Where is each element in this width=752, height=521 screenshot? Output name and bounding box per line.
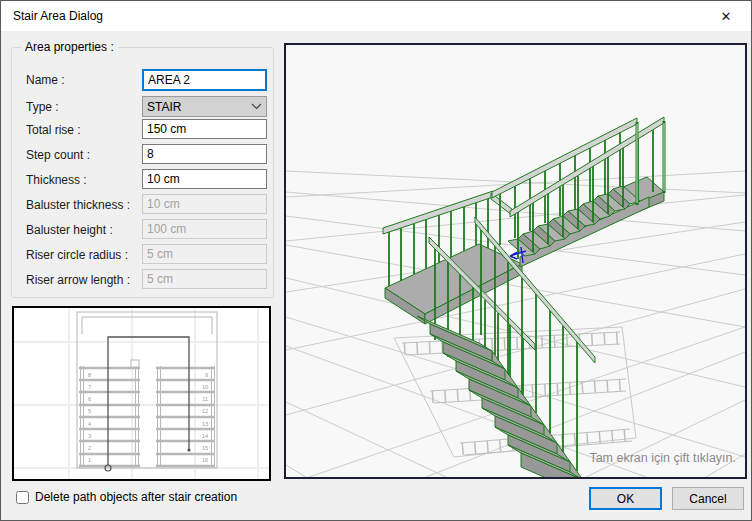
group-legend: Area properties : bbox=[21, 40, 118, 54]
type-value: STAIR bbox=[147, 100, 251, 114]
delete-path-checkbox-label: Delete path objects after stair creation bbox=[35, 490, 237, 504]
plan-notch bbox=[131, 360, 139, 367]
field-row-thickness: Thickness : bbox=[12, 169, 273, 190]
cancel-button[interactable]: Cancel bbox=[672, 487, 744, 510]
fullscreen-hint: Tam ekran için çift tıklayın. bbox=[589, 451, 736, 465]
riser-circle-radius-label: Riser circle radius : bbox=[26, 248, 128, 262]
plan-step-number: 14 bbox=[202, 433, 208, 439]
field-row-baluster-height: Baluster height : bbox=[12, 219, 273, 240]
delete-path-checkbox[interactable] bbox=[16, 491, 29, 504]
plan-step-number: 13 bbox=[202, 421, 208, 427]
plan-preview[interactable]: 8 7 6 5 4 3 2 1 9 10 11 12 13 14 15 16 bbox=[12, 306, 271, 481]
plan-step-number: 1 bbox=[88, 457, 91, 463]
plan-step-number: 15 bbox=[202, 445, 208, 451]
ok-button[interactable]: OK bbox=[589, 487, 662, 510]
plan-step-number: 8 bbox=[88, 372, 91, 378]
plan-step-number: 9 bbox=[205, 372, 208, 378]
baluster-thickness-input bbox=[142, 194, 267, 214]
thickness-input[interactable] bbox=[142, 169, 267, 189]
stair-3d-drawing: Tam ekran için çift tıklayın. bbox=[286, 45, 745, 477]
chevron-down-icon bbox=[251, 103, 262, 110]
title-bar: Stair Area Dialog ✕ bbox=[1, 1, 751, 31]
plan-step-number: 16 bbox=[202, 457, 208, 463]
window-title: Stair Area Dialog bbox=[13, 9, 103, 23]
riser-arrow-length-input bbox=[142, 269, 267, 289]
thickness-label: Thickness : bbox=[26, 173, 87, 187]
plan-step-number: 11 bbox=[202, 396, 208, 402]
riser-circle-radius-input bbox=[142, 244, 267, 264]
field-row-baluster-thickness: Baluster thickness : bbox=[12, 194, 273, 215]
step-count-input[interactable] bbox=[142, 144, 267, 164]
plan-drawing: 8 7 6 5 4 3 2 1 9 10 11 12 13 14 15 16 bbox=[14, 308, 269, 479]
close-icon[interactable]: ✕ bbox=[711, 5, 741, 27]
field-row-step-count: Step count : bbox=[12, 144, 273, 165]
plan-step-number: 2 bbox=[88, 445, 91, 451]
baluster-height-label: Baluster height : bbox=[26, 223, 113, 237]
baluster-height-input bbox=[142, 219, 267, 239]
field-row-name: Name : bbox=[12, 69, 273, 90]
plan-step-number: 12 bbox=[202, 408, 208, 414]
name-label: Name : bbox=[26, 73, 65, 87]
area-properties-group: Area properties : Name : Type : STAIR To… bbox=[11, 47, 274, 298]
baluster-thickness-label: Baluster thickness : bbox=[26, 198, 130, 212]
field-row-total-rise: Total rise : bbox=[12, 119, 273, 140]
type-dropdown[interactable]: STAIR bbox=[142, 96, 267, 117]
delete-path-checkbox-row: Delete path objects after stair creation bbox=[16, 490, 237, 504]
plan-step-number: 7 bbox=[88, 384, 91, 390]
upper-flight bbox=[492, 117, 664, 267]
plan-step-number: 6 bbox=[88, 396, 91, 402]
plan-step-number: 4 bbox=[88, 421, 91, 427]
plan-step-number: 5 bbox=[88, 408, 91, 414]
plan-step-number: 10 bbox=[202, 384, 208, 390]
plan-step-number: 3 bbox=[88, 433, 91, 439]
step-count-label: Step count : bbox=[26, 148, 90, 162]
total-rise-input[interactable] bbox=[142, 119, 267, 139]
viewer-3d[interactable]: Tam ekran için çift tıklayın. bbox=[284, 43, 747, 479]
type-label: Type : bbox=[26, 100, 59, 114]
total-rise-label: Total rise : bbox=[26, 123, 81, 137]
stair-area-dialog: Stair Area Dialog ✕ Area properties : Na… bbox=[0, 0, 752, 521]
field-row-type: Type : STAIR bbox=[12, 96, 273, 117]
name-input[interactable] bbox=[142, 69, 267, 91]
field-row-riser-circle-radius: Riser circle radius : bbox=[12, 244, 273, 265]
riser-arrow-length-label: Riser arrow length : bbox=[26, 273, 130, 287]
field-row-riser-arrow-length: Riser arrow length : bbox=[12, 269, 273, 290]
